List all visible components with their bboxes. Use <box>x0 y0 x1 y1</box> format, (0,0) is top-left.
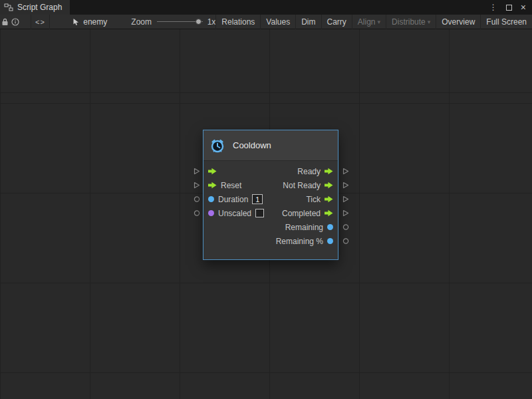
button-label: Relations <box>221 17 255 27</box>
button-label: Overview <box>442 17 475 27</box>
port-duration[interactable]: Duration <box>208 194 263 204</box>
caret-down-icon: ▾ <box>428 19 431 25</box>
port-label: Completed <box>282 209 321 217</box>
graph-toolbar: <> enemy Zoom 1x Relations Values Dim Ca… <box>0 15 532 29</box>
align-button[interactable]: Align ▾ <box>352 15 386 29</box>
value-port-icon <box>327 238 333 244</box>
flow-arrow-icon <box>208 168 217 175</box>
maximize-icon[interactable] <box>506 5 512 11</box>
port-reset[interactable]: Reset <box>208 182 241 190</box>
button-label: Dim <box>301 17 315 27</box>
node-title: Cooldown <box>233 140 271 150</box>
dim-button[interactable]: Dim <box>295 15 321 29</box>
port-label: Ready <box>297 168 321 176</box>
flow-arrow-icon <box>208 182 217 189</box>
value-port-connector[interactable] <box>194 209 200 217</box>
target-label: enemy <box>83 17 107 27</box>
port-remaining-percent[interactable]: Remaining % <box>276 237 333 245</box>
full-screen-button[interactable]: Full Screen <box>480 15 532 29</box>
port-label: Remaining <box>285 223 323 231</box>
flow-arrow-icon <box>325 168 333 175</box>
port-completed[interactable]: Completed <box>282 209 333 217</box>
port-ready[interactable]: Ready <box>297 168 333 176</box>
carry-button[interactable]: Carry <box>321 15 352 29</box>
window-controls: ⋮ × <box>489 3 532 12</box>
button-label: Carry <box>327 17 346 27</box>
port-not-ready[interactable]: Not Ready <box>283 182 333 190</box>
node-cooldown[interactable]: Cooldown Ready Reset <box>203 130 338 260</box>
close-icon[interactable]: × <box>521 3 526 12</box>
tab-title: Script Graph <box>17 3 62 12</box>
node-body: Ready Reset Not Ready <box>203 161 338 248</box>
port-label: Remaining % <box>276 237 323 245</box>
zoom-label: Zoom <box>131 17 152 27</box>
button-label: Values <box>266 17 290 27</box>
node-header[interactable]: Cooldown <box>203 130 338 161</box>
values-button[interactable]: Values <box>260 15 295 29</box>
unscaled-checkbox[interactable] <box>255 209 264 217</box>
info-button[interactable] <box>9 15 21 29</box>
port-label: Tick <box>306 196 321 203</box>
caret-down-icon: ▾ <box>378 19 381 25</box>
code-toggle-button[interactable]: <> <box>31 15 50 29</box>
port-row: Reset Not Ready <box>203 178 338 192</box>
zoom-slider-thumb[interactable] <box>196 19 201 25</box>
port-tick[interactable]: Tick <box>306 196 333 203</box>
relations-button[interactable]: Relations <box>215 15 260 29</box>
port-row: Remaining % <box>203 234 338 248</box>
flow-port-connector[interactable] <box>342 168 349 175</box>
button-label: Distribute <box>392 17 426 27</box>
port-row: Unscaled Completed <box>203 206 338 220</box>
port-label: Unscaled <box>218 209 251 217</box>
value-port-icon <box>208 210 214 216</box>
button-label: Align <box>358 17 376 27</box>
info-icon <box>11 18 19 26</box>
window-titlebar: Script Graph ⋮ × <box>0 0 532 15</box>
button-label: Full Screen <box>486 17 527 27</box>
overview-button[interactable]: Overview <box>436 15 480 29</box>
port-label: Reset <box>221 182 241 190</box>
port-remaining[interactable]: Remaining <box>285 223 333 231</box>
port-row: Duration Tick <box>203 192 338 206</box>
graph-target[interactable]: enemy <box>72 17 107 27</box>
distribute-button[interactable]: Distribute ▾ <box>386 15 436 29</box>
port-unscaled[interactable]: Unscaled <box>208 209 264 217</box>
value-port-icon <box>208 196 214 202</box>
flow-arrow-icon <box>325 182 333 189</box>
tab-script-graph[interactable]: Script Graph <box>0 0 70 15</box>
flow-port-connector[interactable] <box>342 209 349 217</box>
zoom-slider[interactable] <box>157 17 203 27</box>
port-label: Not Ready <box>283 182 321 190</box>
value-port-connector[interactable] <box>342 223 349 231</box>
flow-port-connector[interactable] <box>342 196 349 203</box>
port-flow-enter[interactable] <box>208 168 217 175</box>
value-port-icon <box>327 224 333 230</box>
graph-icon <box>4 3 13 11</box>
flow-arrow-icon <box>325 209 333 217</box>
alarm-clock-icon <box>209 138 225 154</box>
zoom-value: 1x <box>207 17 216 27</box>
duration-field[interactable] <box>252 194 263 204</box>
flow-port-connector[interactable] <box>194 168 200 175</box>
port-label: Duration <box>218 196 248 203</box>
toolbar-buttons: Relations Values Dim Carry Align ▾ Distr… <box>215 15 532 29</box>
pointer-icon <box>72 18 80 26</box>
graph-canvas[interactable]: Cooldown Ready Reset <box>0 29 532 399</box>
flow-arrow-icon <box>325 196 333 203</box>
lock-button[interactable] <box>0 15 9 29</box>
flow-port-connector[interactable] <box>342 182 349 189</box>
code-icon: <> <box>35 18 45 26</box>
flow-port-connector[interactable] <box>194 182 200 189</box>
kebab-menu-icon[interactable]: ⋮ <box>489 3 497 11</box>
port-row: Remaining <box>203 220 338 234</box>
lock-icon <box>1 18 9 26</box>
value-port-connector[interactable] <box>194 196 200 203</box>
value-port-connector[interactable] <box>342 237 349 245</box>
port-row: Ready <box>203 164 338 178</box>
